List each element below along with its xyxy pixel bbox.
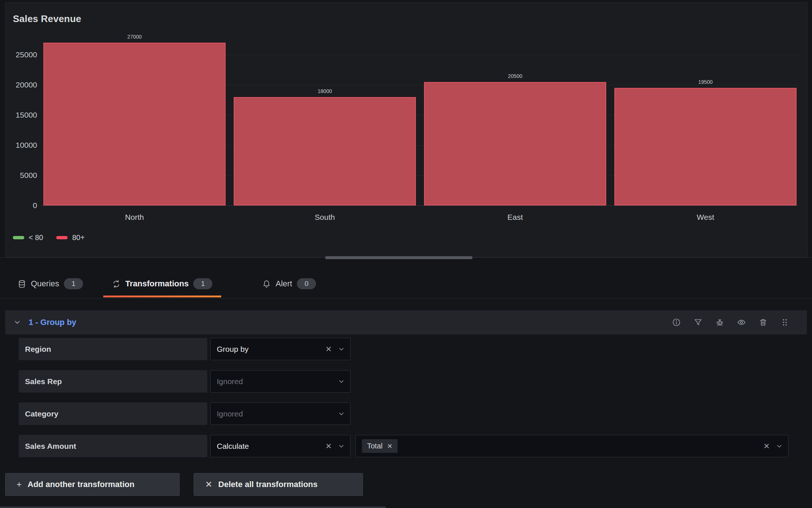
tab-alert[interactable]: Alert 0 [254,269,325,298]
y-tick: 20000 [8,81,37,89]
x-axis-line [41,205,798,206]
bar-value-label: 19500 [614,79,797,85]
legend-label: < 80 [29,233,43,242]
bar-rect [234,97,416,205]
bar-value-label: 27000 [43,34,226,40]
bar-value-label: 20500 [424,73,606,79]
operation-select-category[interactable]: Ignored [210,403,351,425]
eye-icon[interactable] [737,318,746,327]
chevron-down-icon[interactable] [338,443,345,450]
y-tick: 5000 [8,171,37,180]
x-label-east: East [478,213,552,222]
tab-count-badge: 0 [297,278,316,289]
bar-east[interactable]: 20500 [424,82,606,205]
transformation-title[interactable]: 1 - Group by [29,318,76,327]
tab-label: Queries [31,279,59,289]
x-label-west: West [669,213,742,222]
legend-swatch-green [13,236,24,239]
chevron-down-icon[interactable] [338,410,345,418]
sales-revenue-panel: Sales Revenue 25000 20000 15000 10000 50… [5,2,808,257]
field-label: Sales Rep [19,370,207,393]
clear-icon[interactable]: ✕ [325,345,332,354]
trash-icon[interactable] [759,318,768,327]
tab-label: Transformations [125,279,188,289]
chevron-down-icon[interactable] [338,378,345,385]
x-label-north: North [98,213,171,222]
clear-icon[interactable]: ✕ [325,442,332,451]
operation-select-sales-amount[interactable]: Calculate ✕ [210,435,351,457]
aggregation-tag-total[interactable]: Total ✕ [362,439,398,453]
select-value: Ignored [217,409,338,418]
legend-item-lt80[interactable]: < 80 [13,233,43,242]
bar-west[interactable]: 19500 [614,88,797,205]
field-label: Region [19,338,207,360]
drag-handle-icon[interactable] [780,318,789,327]
chevron-down-icon[interactable] [338,346,345,353]
clear-icon[interactable]: ✕ [763,442,770,451]
bar-north[interactable]: 27000 [43,43,226,205]
close-icon: ✕ [205,479,212,490]
operation-select-region[interactable]: Group by ✕ [210,338,351,360]
legend-item-80plus[interactable]: 80+ [56,233,85,242]
horizontal-scrollbar[interactable] [325,256,473,259]
tab-queries[interactable]: Queries 1 [9,269,92,298]
bar-value-label: 18000 [234,88,416,94]
info-icon[interactable] [672,318,681,327]
tabs-divider [0,298,812,298]
next-panel-edge [0,507,386,508]
bug-icon[interactable] [715,318,724,327]
tab-count-badge: 1 [193,278,212,289]
add-transformation-button[interactable]: + Add another transformation [5,473,180,496]
y-tick: 0 [8,201,37,210]
filter-icon[interactable] [694,318,703,327]
delete-all-transformations-button[interactable]: ✕ Delete all transformations [194,473,363,496]
select-value: Group by [217,345,325,354]
panel-editor: Sales Revenue 25000 20000 15000 10000 50… [0,0,812,508]
legend-swatch-red [56,236,68,239]
select-value: Ignored [217,377,338,386]
bar-south[interactable]: 18000 [234,97,416,205]
database-icon [18,280,26,288]
operation-select-sales-rep[interactable]: Ignored [210,370,351,393]
remove-tag-icon[interactable]: ✕ [387,442,392,450]
transformation-toolbar [672,310,789,335]
select-value: Calculate [217,442,325,451]
y-tick: 10000 [8,141,37,150]
y-tick: 15000 [8,111,37,119]
transformation-header[interactable]: 1 - Group by [5,310,807,335]
bar-rect [614,88,797,205]
bell-icon [262,280,271,288]
aggregations-multiselect[interactable]: Total ✕ ✕ [355,435,788,457]
legend-label: 80+ [72,233,85,242]
tab-count-badge: 1 [64,278,83,289]
chevron-down-icon[interactable] [13,318,21,326]
bar-rect [43,43,226,205]
field-label: Sales Amount [19,435,207,457]
chevron-down-icon[interactable] [776,443,783,450]
bar-rect [424,82,606,205]
plus-icon: + [17,479,22,490]
tab-label: Alert [276,279,292,289]
x-label-south: South [288,213,362,222]
panel-title: Sales Revenue [13,13,81,25]
field-label: Category [19,403,207,425]
tab-transformations[interactable]: Transformations 1 [103,269,221,298]
y-tick: 25000 [8,50,37,59]
transform-icon [112,280,121,288]
chart-legend: < 80 80+ [13,233,85,242]
editor-tabs: Queries 1 Transformations 1 Alert 0 [0,269,812,298]
